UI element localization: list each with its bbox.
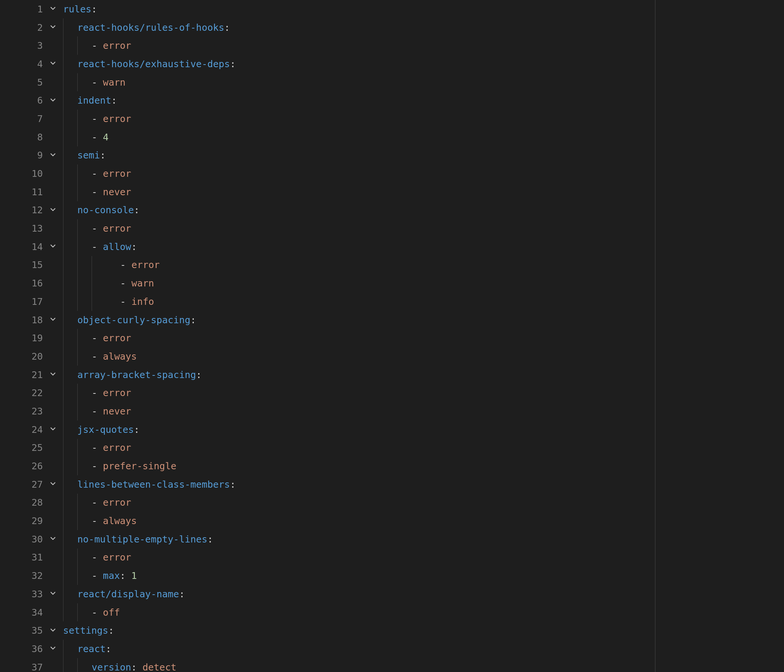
chevron-down-icon[interactable] [48,625,58,636]
line-number-gutter[interactable]: 5 [0,78,45,87]
code-content[interactable]: react-hooks/exhaustive-deps: [77,59,235,69]
fold-gutter[interactable] [45,4,61,14]
line-number-gutter[interactable]: 8 [0,132,45,142]
line-number-gutter[interactable]: 30 [0,535,45,544]
code-line[interactable]: 8- 4 [0,128,784,146]
chevron-down-icon[interactable] [48,59,58,69]
code-content[interactable]: - error [92,388,131,398]
fold-gutter[interactable] [45,479,61,490]
chevron-down-icon[interactable] [48,644,58,654]
code-content[interactable]: react-hooks/rules-of-hooks: [77,23,230,32]
code-line[interactable]: 10- error [0,165,784,183]
chevron-down-icon[interactable] [48,314,58,325]
code-content[interactable]: - max: 1 [92,571,137,580]
line-number-gutter[interactable]: 16 [0,278,45,288]
code-content[interactable]: - error [92,552,131,562]
code-content[interactable]: - never [92,187,131,197]
line-number-gutter[interactable]: 14 [0,242,45,252]
fold-gutter[interactable] [45,150,61,161]
line-number-gutter[interactable]: 13 [0,224,45,233]
line-number-gutter[interactable]: 22 [0,388,45,398]
code-line[interactable]: 19- error [0,329,784,347]
line-number-gutter[interactable]: 7 [0,114,45,123]
code-line[interactable]: 37version: detect [0,658,784,672]
code-line[interactable]: 6indent: [0,91,784,110]
code-content[interactable]: settings: [63,626,114,635]
fold-gutter[interactable] [45,625,61,636]
code-line[interactable]: 7- error [0,110,784,128]
editor-lines[interactable]: 1rules:2react-hooks/rules-of-hooks:3- er… [0,0,784,672]
code-line[interactable]: 1rules: [0,0,784,19]
code-content[interactable]: - error [92,443,131,453]
line-number-gutter[interactable]: 35 [0,626,45,635]
code-line[interactable]: 32- max: 1 [0,566,784,585]
line-number-gutter[interactable]: 21 [0,370,45,380]
code-content[interactable]: lines-between-class-members: [77,480,235,489]
code-content[interactable]: no-multiple-empty-lines: [77,535,213,544]
code-line[interactable]: 34- off [0,603,784,622]
line-number-gutter[interactable]: 4 [0,59,45,69]
code-content[interactable]: - error [92,498,131,507]
code-line[interactable]: 15- error [0,256,784,274]
code-content[interactable]: - 4 [92,132,109,142]
code-line[interactable]: 9semi: [0,146,784,165]
code-content[interactable]: - always [92,516,137,526]
code-line[interactable]: 14- allow: [0,238,784,256]
fold-gutter[interactable] [45,22,61,33]
fold-gutter[interactable] [45,534,61,544]
line-number-gutter[interactable]: 27 [0,480,45,489]
code-line[interactable]: 36react: [0,640,784,658]
code-content[interactable]: jsx-quotes: [77,425,140,434]
code-line[interactable]: 35settings: [0,621,784,640]
code-content[interactable]: - always [92,352,137,361]
code-content[interactable]: array-bracket-spacing: [77,370,202,380]
code-content[interactable]: rules: [63,5,97,14]
code-line[interactable]: 4react-hooks/exhaustive-deps: [0,55,784,73]
code-content[interactable]: indent: [77,96,117,105]
fold-gutter[interactable] [45,95,61,106]
code-content[interactable]: - error [92,41,131,50]
code-line[interactable]: 25- error [0,439,784,457]
code-content[interactable]: react/display-name: [77,590,185,599]
fold-gutter[interactable] [45,314,61,325]
code-line[interactable]: 21array-bracket-spacing: [0,366,784,384]
code-line[interactable]: 20- always [0,347,784,366]
code-line[interactable]: 16- warn [0,274,784,292]
code-editor[interactable]: 1rules:2react-hooks/rules-of-hooks:3- er… [0,0,784,672]
chevron-down-icon[interactable] [48,241,58,252]
code-content[interactable]: - off [92,608,120,617]
code-content[interactable]: - warn [106,278,154,288]
code-content[interactable]: - error [92,224,131,233]
fold-gutter[interactable] [45,59,61,69]
code-content[interactable]: - warn [92,78,125,87]
line-number-gutter[interactable]: 32 [0,571,45,580]
code-content[interactable]: - error [106,260,160,269]
chevron-down-icon[interactable] [48,150,58,161]
code-line[interactable]: 13- error [0,219,784,238]
chevron-down-icon[interactable] [48,22,58,33]
code-content[interactable]: react: [77,644,111,653]
code-line[interactable]: 29- always [0,512,784,530]
line-number-gutter[interactable]: 31 [0,552,45,562]
code-content[interactable]: - info [106,297,154,306]
code-content[interactable]: - error [92,114,131,123]
line-number-gutter[interactable]: 15 [0,260,45,269]
code-line[interactable]: 31- error [0,549,784,567]
code-line[interactable]: 17- info [0,292,784,311]
line-number-gutter[interactable]: 34 [0,608,45,617]
line-number-gutter[interactable]: 20 [0,352,45,361]
chevron-down-icon[interactable] [48,95,58,106]
code-line[interactable]: 26- prefer-single [0,457,784,475]
code-line[interactable]: 5- warn [0,73,784,92]
chevron-down-icon[interactable] [48,534,58,544]
code-line[interactable]: 27lines-between-class-members: [0,475,784,494]
fold-gutter[interactable] [45,589,61,599]
line-number-gutter[interactable]: 18 [0,315,45,325]
line-number-gutter[interactable]: 24 [0,425,45,434]
line-number-gutter[interactable]: 37 [0,663,45,672]
line-number-gutter[interactable]: 23 [0,407,45,416]
line-number-gutter[interactable]: 12 [0,205,45,215]
code-line[interactable]: 23- never [0,402,784,420]
chevron-down-icon[interactable] [48,4,58,14]
code-line[interactable]: 3- error [0,36,784,55]
